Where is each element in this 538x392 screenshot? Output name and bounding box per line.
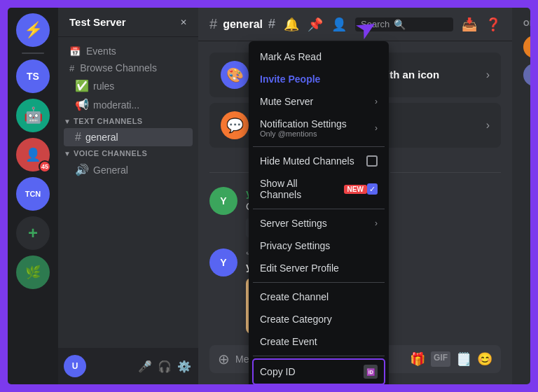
threads-icon[interactable]: #	[268, 17, 275, 31]
category-voice-channels[interactable]: ▼ VOICE CHANNELS	[58, 146, 198, 160]
notification-badge: 45	[39, 160, 51, 173]
new-badge: NEW	[344, 185, 367, 194]
dropdown-invite[interactable]: Invite People	[253, 68, 385, 90]
settings-icon[interactable]: ⚙️	[176, 358, 193, 374]
events-icon: 📅	[69, 46, 81, 57]
notifications-sub: Only @mentions	[260, 130, 347, 138]
channel-name-rules: rules	[93, 80, 114, 92]
browse-icon: #	[69, 63, 74, 74]
channel-item-events[interactable]: 📅 Events	[64, 43, 193, 59]
headphones-icon[interactable]: 🎧	[156, 358, 173, 374]
server-settings-arrow: ›	[375, 218, 378, 228]
members-icon[interactable]: 👤	[331, 17, 347, 32]
create-category-label: Create Category	[260, 314, 332, 325]
hide-muted-label: Hide Muted Channels	[260, 155, 354, 167]
category-arrow: ▼	[64, 118, 71, 125]
dropdown-mute[interactable]: Mute Server ›	[253, 90, 385, 113]
dropdown-create-event[interactable]: Create Event	[253, 330, 385, 353]
pin-icon[interactable]: 📌	[308, 17, 323, 32]
user-avatar: U	[64, 355, 86, 377]
notification-bell-icon[interactable]: 🔔	[284, 17, 299, 32]
channel-hash-general: #	[75, 131, 81, 144]
gif-icon[interactable]: GIF	[431, 351, 450, 367]
dropdown-hide-muted[interactable]: Hide Muted Channels	[253, 150, 385, 172]
notifications-label: Notification Settings	[260, 118, 347, 130]
channel-list: 📅 Events # Browse Channels ✅ rules 📢 mod…	[58, 37, 198, 348]
channel-name-general: general	[85, 132, 118, 143]
dropdown-menu: Mark As Read Invite People Mute Server ›…	[249, 41, 389, 386]
inbox-icon[interactable]: 📥	[462, 17, 477, 32]
category-text-channels[interactable]: ▼ TEXT CHANNELS	[58, 114, 198, 128]
show-all-checkbox[interactable]: ✓	[367, 183, 378, 195]
personalize-arrow: ›	[486, 69, 490, 81]
app-container: ⚡ TS 🤖 👤 45 TCN + 🌿 Test Server ✕ 📅 Even…	[6, 6, 532, 386]
invite-label: Invite People	[260, 74, 320, 85]
emoji-icon[interactable]: 😊	[477, 351, 492, 367]
dropdown-edit-profile[interactable]: Edit Server Profile	[253, 257, 385, 279]
member-item-atish[interactable]: A atish 👑	[518, 33, 532, 61]
server-icon-ai[interactable]: 🤖	[16, 99, 50, 132]
message-2-avatar: Y	[209, 248, 237, 276]
channel-item-voice-general[interactable]: 🔊 General	[64, 160, 193, 179]
events-label: Events	[86, 46, 116, 57]
dropdown-mark-read[interactable]: Mark As Read	[253, 46, 385, 68]
member-avatar-atish: A	[523, 36, 532, 58]
server-divider	[22, 52, 44, 54]
edit-profile-label: Edit Server Profile	[260, 262, 339, 274]
search-placeholder: Search	[361, 19, 389, 29]
hide-muted-checkbox[interactable]	[366, 155, 378, 167]
server-icon-red[interactable]: 👤 45	[16, 138, 50, 172]
copy-id-icon: 🆔	[364, 365, 378, 379]
help-icon[interactable]: ❓	[485, 17, 501, 32]
member-avatar-yosajid: Y	[523, 64, 532, 86]
mute-arrow: ›	[375, 97, 378, 106]
channel-item-general[interactable]: # general	[64, 128, 193, 146]
create-channel-label: Create Channel	[260, 291, 329, 302]
dropdown-copy-id[interactable]: Copy ID 🆔	[253, 359, 385, 384]
create-event-label: Create Event	[260, 336, 317, 347]
search-bar[interactable]: Search 🔍	[355, 18, 453, 31]
sticker-icon[interactable]: 🗒️	[456, 351, 471, 367]
separator-2	[253, 209, 385, 209]
dropdown-create-channel[interactable]: Create Channel	[253, 286, 385, 308]
category-name-voice: VOICE CHANNELS	[74, 149, 147, 158]
dropdown-create-category[interactable]: Create Category	[253, 308, 385, 330]
server-icon-tcn[interactable]: TCN	[16, 177, 50, 211]
dropdown-server-settings[interactable]: Server Settings ›	[253, 212, 385, 234]
dropdown-show-all[interactable]: Show All Channels NEW ✓	[253, 172, 385, 206]
server-icon-leaf[interactable]: 🌿	[16, 255, 50, 289]
server-dropdown-arrow: ✕	[180, 18, 187, 27]
mute-label: Mute Server	[260, 96, 313, 107]
member-item-yosajid[interactable]: Y yosajid	[518, 61, 532, 89]
channel-item-moderati[interactable]: 📢 moderati...	[64, 95, 193, 114]
dropdown-notifications[interactable]: Notification Settings Only @mentions ›	[253, 113, 385, 144]
server-icon-ts[interactable]: TS	[16, 59, 50, 93]
gift-icon[interactable]: 🎁	[410, 351, 425, 367]
first-message-arrow: ›	[486, 119, 490, 132]
voice-channel-name: General	[93, 164, 128, 176]
channel-item-browse[interactable]: # Browse Channels	[64, 59, 193, 76]
separator-3	[253, 282, 385, 283]
voice-icon: 🔊	[75, 163, 89, 176]
server-icon-add[interactable]: +	[16, 216, 50, 250]
channel-hash-rules: ✅	[75, 79, 89, 92]
channel-header: # general # 🔔 📌 👤 Search 🔍 📥 ❓	[198, 8, 512, 41]
message-1-avatar: Y	[209, 187, 237, 215]
mic-icon[interactable]: 🎤	[137, 358, 153, 374]
server-icon-home[interactable]: ⚡	[16, 13, 50, 47]
server-settings-label: Server Settings	[260, 218, 327, 229]
user-controls: 🎤 🎧 ⚙️	[137, 358, 193, 374]
server-name: Test Server	[69, 16, 126, 28]
channel-item-rules[interactable]: ✅ rules	[64, 76, 193, 95]
copy-id-label: Copy ID	[260, 366, 296, 377]
mark-read-label: Mark As Read	[260, 51, 322, 62]
server-header[interactable]: Test Server ✕	[58, 8, 198, 37]
search-icon: 🔍	[394, 19, 406, 30]
category-name-text: TEXT CHANNELS	[74, 117, 143, 125]
separator-4	[253, 356, 385, 356]
dropdown-privacy[interactable]: Privacy Settings	[253, 234, 385, 257]
personalize-icon: 🎨	[221, 61, 249, 89]
offline-header: OFFLINE — 2	[518, 19, 532, 27]
input-plus-icon[interactable]: ⊕	[218, 351, 230, 368]
right-sidebar: OFFLINE — 2 A atish 👑 Y yosajid	[512, 8, 532, 384]
